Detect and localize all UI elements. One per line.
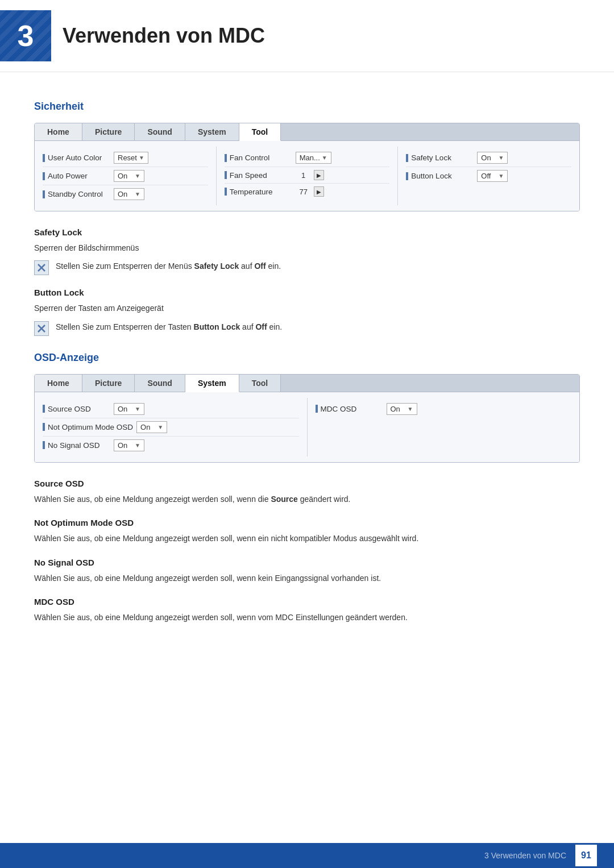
sicherheit-panel: Home Picture Sound System Tool User Auto…	[34, 123, 580, 211]
row-indicator	[43, 441, 45, 449]
label-button-lock: Button Lock	[411, 172, 474, 180]
safety-lock-description: Sperren der Bildschirmmenüs	[34, 242, 580, 254]
not-optimum-description: Wählen Sie aus, ob eine Meldung angezeig…	[34, 532, 580, 545]
page-footer: 3 Verwenden von MDC 91	[0, 843, 614, 868]
fan-speed-arrow[interactable]: ▶	[314, 170, 324, 180]
dropdown-safety-lock[interactable]: On ▼	[477, 152, 508, 164]
dropdown-no-signal-osd[interactable]: On ▼	[114, 439, 144, 451]
value-fan-control: Man... ▼	[296, 152, 331, 164]
value-mdc-osd: On ▼	[387, 403, 417, 415]
button-lock-note-row: Stellen Sie zum Entsperren der Tasten Bu…	[34, 321, 580, 336]
osd-col-1: Source OSD On ▼ Not Optimum Mode OSD On …	[35, 398, 308, 456]
tab-picture-2[interactable]: Picture	[82, 375, 135, 392]
dropdown-fan-control[interactable]: Man... ▼	[296, 152, 331, 164]
tab-home-1[interactable]: Home	[35, 123, 82, 140]
value-standby-control: On ▼	[114, 188, 144, 200]
label-temperature: Temperature	[230, 188, 292, 196]
row-indicator	[225, 188, 227, 196]
not-optimum-subheading: Not Optimum Mode OSD	[34, 518, 580, 528]
label-user-auto-color: User Auto Color	[48, 153, 110, 162]
row-indicator	[43, 423, 45, 431]
safety-lock-subheading: Safety Lock	[34, 227, 580, 237]
label-safety-lock: Safety Lock	[411, 153, 474, 162]
temperature-value: 77	[296, 188, 312, 196]
dropdown-mdc-osd[interactable]: On ▼	[387, 403, 417, 415]
mdc-osd-description: Wählen Sie aus, ob eine Meldung angezeig…	[34, 611, 580, 624]
fan-speed-value: 1	[296, 171, 312, 180]
osd-anzeige-heading: OSD-Anzeige	[34, 352, 580, 364]
no-signal-description: Wählen Sie aus, ob eine Meldung angezeig…	[34, 572, 580, 584]
value-safety-lock: On ▼	[477, 152, 508, 164]
footer-text: 3 Verwenden von MDC	[484, 851, 566, 860]
note-icon-1	[34, 260, 49, 275]
label-fan-control: Fan Control	[230, 153, 292, 162]
button-lock-subheading: Button Lock	[34, 288, 580, 297]
value-not-optimum: On ▼	[136, 421, 167, 433]
source-osd-subheading: Source OSD	[34, 479, 580, 488]
row-source-osd: Source OSD On ▼	[43, 400, 299, 418]
button-lock-description: Sperren der Tasten am Anzeigegerät	[34, 302, 580, 314]
osd-panel: Home Picture Sound System Tool Source OS…	[34, 374, 580, 463]
row-indicator	[225, 171, 227, 179]
value-user-auto-color: Reset ▼	[114, 152, 148, 164]
sicherheit-heading: Sicherheit	[34, 101, 580, 113]
tab-tool-1[interactable]: Tool	[239, 123, 281, 141]
dropdown-standby-control[interactable]: On ▼	[114, 188, 144, 200]
osd-tabs: Home Picture Sound System Tool	[35, 375, 579, 392]
label-no-signal-osd: No Signal OSD	[48, 441, 110, 450]
safety-lock-note-row: Stellen Sie zum Entsperren der Menüs Saf…	[34, 260, 580, 275]
row-button-lock: Button Lock Off ▼	[406, 167, 571, 185]
button-lock-note: Stellen Sie zum Entsperren der Tasten Bu…	[56, 321, 282, 333]
tab-system-2[interactable]: System	[185, 375, 239, 392]
row-indicator	[43, 154, 45, 162]
row-indicator	[406, 154, 408, 162]
row-indicator	[43, 405, 45, 413]
dropdown-auto-power[interactable]: On ▼	[114, 170, 144, 182]
label-not-optimum: Not Optimum Mode OSD	[48, 423, 133, 431]
value-auto-power: On ▼	[114, 170, 144, 182]
safety-lock-note: Stellen Sie zum Entsperren der Menüs Saf…	[56, 260, 281, 272]
chapter-box: 3	[0, 10, 51, 61]
row-indicator	[406, 172, 408, 180]
row-indicator	[316, 405, 318, 413]
osd-col-2: MDC OSD On ▼	[308, 398, 580, 456]
row-mdc-osd: MDC OSD On ▼	[316, 400, 572, 418]
source-osd-description: Wählen Sie aus, ob eine Meldung angezeig…	[34, 493, 580, 505]
osd-panel-body: Source OSD On ▼ Not Optimum Mode OSD On …	[35, 392, 579, 462]
sicherheit-panel-body: User Auto Color Reset ▼ Auto Power On ▼ …	[35, 141, 579, 211]
row-indicator	[225, 154, 227, 162]
row-auto-power: Auto Power On ▼	[43, 167, 208, 185]
dropdown-not-optimum[interactable]: On ▼	[136, 421, 167, 433]
tab-tool-2[interactable]: Tool	[239, 375, 281, 392]
sicherheit-col-3: Safety Lock On ▼ Button Lock Off ▼	[398, 147, 579, 205]
main-content: Sicherheit Home Picture Sound System Too…	[0, 72, 614, 663]
sicherheit-col-1: User Auto Color Reset ▼ Auto Power On ▼ …	[35, 147, 217, 205]
row-indicator	[43, 172, 45, 180]
dropdown-source-osd[interactable]: On ▼	[114, 403, 144, 415]
mdc-osd-subheading: MDC OSD	[34, 597, 580, 607]
no-signal-subheading: No Signal OSD	[34, 558, 580, 567]
page-header: 3 Verwenden von MDC	[0, 0, 614, 72]
temperature-arrow[interactable]: ▶	[314, 186, 324, 197]
row-no-signal-osd: No Signal OSD On ▼	[43, 437, 299, 454]
value-source-osd: On ▼	[114, 403, 144, 415]
tab-picture-1[interactable]: Picture	[82, 123, 135, 140]
row-user-auto-color: User Auto Color Reset ▼	[43, 149, 208, 167]
tab-system-1[interactable]: System	[185, 123, 239, 140]
label-mdc-osd: MDC OSD	[321, 405, 383, 413]
label-fan-speed: Fan Speed	[230, 171, 292, 180]
dropdown-reset[interactable]: Reset ▼	[114, 152, 148, 164]
chapter-title: Verwenden von MDC	[63, 24, 265, 48]
note-icon-2	[34, 321, 49, 336]
tab-sound-2[interactable]: Sound	[135, 375, 185, 392]
sicherheit-col-2: Fan Control Man... ▼ Fan Speed 1 ▶ Tempe…	[217, 147, 399, 205]
dropdown-button-lock[interactable]: Off ▼	[477, 170, 508, 182]
value-button-lock: Off ▼	[477, 170, 508, 182]
tab-sound-1[interactable]: Sound	[135, 123, 185, 140]
tab-home-2[interactable]: Home	[35, 375, 82, 392]
label-standby-control: Standby Control	[48, 190, 110, 198]
row-not-optimum: Not Optimum Mode OSD On ▼	[43, 418, 299, 437]
row-fan-control: Fan Control Man... ▼	[225, 149, 390, 167]
row-temperature: Temperature 77 ▶	[225, 184, 390, 200]
value-fan-speed: 1 ▶	[296, 170, 324, 180]
